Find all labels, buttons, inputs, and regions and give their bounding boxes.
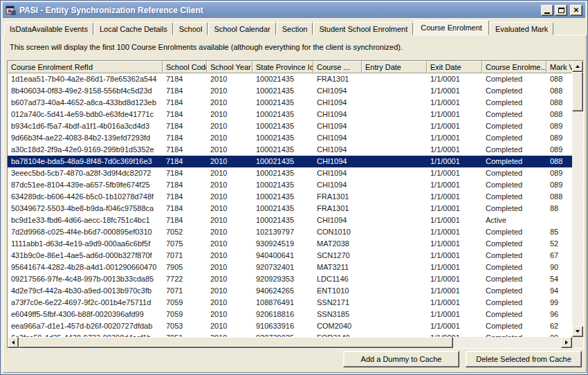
tab-school-calendar[interactable]: School Calendar	[208, 22, 275, 35]
scroll-right-button[interactable]	[561, 337, 572, 348]
table-row[interactable]: ba78104e-bda5-48a9-8f48-7d0c369f16e37184…	[8, 156, 572, 167]
add-dummy-button[interactable]: Add a Dummy to Cache	[343, 351, 459, 367]
tab-school[interactable]: School	[174, 22, 208, 35]
table-row[interactable]: 3eeec5bd-5cb7-4870-a28f-3d9f4dc820727184…	[8, 167, 572, 179]
arrow-right-icon	[565, 340, 568, 345]
table-cell: 95641674-4282-4b28-a4d1-001290660470	[8, 262, 163, 273]
table-cell: Completed	[482, 238, 546, 250]
table-row[interactable]: 4d2e79cf-442a-4b30-a9ed-0013b970c3fb7071…	[8, 285, 572, 297]
table-cell: 9d66b3f4-ae22-4083-84b2-139efd7293fd	[8, 132, 163, 144]
scroll-left-button[interactable]	[8, 337, 19, 348]
tab-evaluated-mark[interactable]: Evaluated Mark	[490, 22, 553, 35]
table-cell	[362, 156, 427, 167]
table-row[interactable]: bc9d1e33-fbd6-4d66-aecc-18fc751c4bc17184…	[8, 214, 572, 226]
table-cell	[362, 273, 427, 285]
table-cell: 100021435	[252, 191, 313, 203]
table-cell: 920732401	[252, 262, 313, 273]
table-cell: Completed	[482, 320, 546, 332]
column-header-course-enrolme[interactable]: Course Enrolme...	[482, 61, 546, 73]
column-header-entry-date[interactable]: Entry Date	[362, 61, 427, 73]
horizontal-scroll-thumb[interactable]	[19, 337, 453, 348]
table-cell: 7071	[163, 250, 207, 262]
table-cell: 90	[546, 262, 572, 273]
table-cell: FRA1301	[313, 73, 362, 85]
table-cell: 4d2e79cf-442a-4b30-a9ed-0013b970c3fb	[8, 285, 163, 297]
table-cell: 100021435	[252, 203, 313, 214]
table-row[interactable]: 7d2d9968-c025-4f4e-b6d7-000895ef03107052…	[8, 226, 572, 238]
table-row[interactable]: 95641674-4282-4b28-a4d1-0012906604707905…	[8, 262, 572, 273]
table-cell: Completed	[482, 167, 546, 179]
table-cell: CHI1094	[313, 156, 362, 167]
table-cell: CHI1094	[313, 179, 362, 191]
close-button[interactable]: ✕	[570, 5, 582, 16]
table-cell: 1/1/0001	[427, 297, 482, 309]
table-cell: b607ad73-40a4-4652-a8ca-433bd8d123eb	[8, 97, 163, 109]
table-cell	[362, 120, 427, 132]
table-cell: 012a740c-5d41-4e59-bdb0-e63fde41771c	[8, 109, 163, 120]
table-row[interactable]: 634289dc-b606-4426-b5c0-1b10278d748f7184…	[8, 191, 572, 203]
table-cell: 67	[546, 250, 572, 262]
table-cell: 1/1/0001	[427, 309, 482, 320]
table-cell: 1111abb1-d63d-4e19-a9d9-000aa6c6bf5f	[8, 238, 163, 250]
table-row[interactable]: b607ad73-40a4-4652-a8ca-433bd8d123eb7184…	[8, 97, 572, 109]
table-row[interactable]: 1d1eaa51-7b40-4a2e-86d1-78e65362a5447184…	[8, 73, 572, 85]
vertical-scrollbar[interactable]	[572, 61, 583, 337]
table-row[interactable]: 50349672-5503-4be8-b9da-f046c97588ca7184…	[8, 203, 572, 214]
vertical-scroll-thumb[interactable]	[572, 72, 583, 111]
table-row[interactable]: a73f7c0e-6e22-4697-9f2c-001b4e75711d7059…	[8, 297, 572, 309]
table-cell: 7184	[163, 167, 207, 179]
column-header-school-year[interactable]: School Year	[207, 61, 252, 73]
table-cell: Completed	[482, 250, 546, 262]
table-cell: 7184	[163, 203, 207, 214]
table-cell	[362, 191, 427, 203]
table-row[interactable]: 6c3fce59-4d35-4438-9733-98398d4acf1b7051…	[8, 332, 572, 337]
table-cell	[362, 262, 427, 273]
column-header-exit-date[interactable]: Exit Date	[427, 61, 482, 73]
title-bar[interactable]: PASI - Entity Synchronization Reference …	[3, 2, 585, 18]
column-header-state-province-id[interactable]: State Province Id	[252, 61, 313, 73]
tab-isdataavailable-events[interactable]: IsDataAvailable Events	[4, 22, 93, 35]
scroll-up-button[interactable]	[572, 61, 583, 72]
tab-section[interactable]: Section	[277, 22, 313, 35]
table-cell: 2010	[207, 309, 252, 320]
table-row[interactable]: b934c1d6-f5a7-4bdf-a1f1-4b016a3cd4d37184…	[8, 120, 572, 132]
column-header-course-enrolment-refid[interactable]: Course Enrolment RefId	[8, 61, 163, 73]
table-row[interactable]: 8b406034-0f83-49e2-9158-556bf4c5d23d7184…	[8, 85, 572, 97]
column-header-school-code[interactable]: School Code	[163, 61, 207, 73]
table-cell: 7184	[163, 73, 207, 85]
table-row[interactable]: 012a740c-5d41-4e59-bdb0-e63fde41771c7184…	[8, 109, 572, 120]
table-row[interactable]: e6049ff5-5fbf-4306-b88f-0020396afd997059…	[8, 309, 572, 320]
tab-local-cache-details[interactable]: Local Cache Details	[94, 22, 173, 35]
table-cell: 62	[546, 320, 572, 332]
minimize-button[interactable]	[541, 5, 553, 16]
table-cell: FRA1301	[313, 191, 362, 203]
tab-student-school-enrolment[interactable]: Student School Enrolment	[313, 22, 413, 35]
delete-selected-button[interactable]: Delete Selected from Cache	[466, 351, 582, 367]
table-cell: 09217566-97fe-4c48-997b-0013b33cda85	[8, 273, 163, 285]
table-row[interactable]: 1111abb1-d63d-4e19-a9d9-000aa6c6bf5f7075…	[8, 238, 572, 250]
scroll-down-button[interactable]	[572, 326, 583, 337]
table-cell: Completed	[482, 144, 546, 156]
column-header-course[interactable]: Course ...	[313, 61, 362, 73]
table-row[interactable]: 431b9c0e-86e1-4ae5-ad6d-000b327f870f7071…	[8, 250, 572, 262]
table-row[interactable]: 9d66b3f4-ae22-4083-84b2-139efd7293fd7184…	[8, 132, 572, 144]
maximize-button[interactable]	[555, 5, 567, 16]
column-header-mark-v[interactable]: Mark V	[546, 61, 572, 73]
horizontal-scrollbar[interactable]	[8, 337, 572, 348]
table-row[interactable]: eea966a7-d1e1-457d-b26f-0020727dfdab7053…	[8, 320, 572, 332]
table-cell: 7184	[163, 144, 207, 156]
table-cell: Completed	[482, 73, 546, 85]
table-cell: 100021435	[252, 179, 313, 191]
window-title: PASI - Entity Synchronization Reference …	[19, 6, 541, 15]
table-cell	[362, 250, 427, 262]
scrollbar-corner	[572, 337, 583, 348]
table-cell	[362, 167, 427, 179]
table-row[interactable]: 09217566-97fe-4c48-997b-0013b33cda857722…	[8, 273, 572, 285]
table-cell: 2010	[207, 262, 252, 273]
table-row[interactable]: a30c18d2-2f9a-42e0-9169-299b91d5352e7184…	[8, 144, 572, 156]
table-cell: 088	[546, 97, 572, 109]
table-row[interactable]: 87dc51ee-8104-439e-a657-5fb9fe674f257184…	[8, 179, 572, 191]
table-cell: 54	[546, 273, 572, 285]
tab-course-enrolment[interactable]: Course Enrolment	[414, 20, 489, 35]
table-cell: 100021435	[252, 144, 313, 156]
